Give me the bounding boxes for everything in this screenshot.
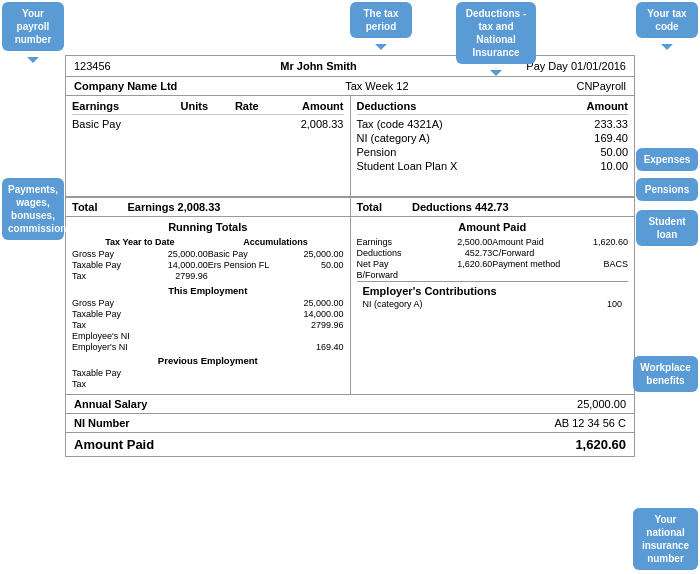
taxable-pay-tax-year: Taxable Pay 14,000.00 [72, 260, 208, 270]
ap-deductions-value: 452.73 [465, 248, 493, 258]
totals-section: Total Earnings 2,008.33 Total Deductions… [66, 197, 634, 217]
ap-netpay-value: 1,620.60 [457, 259, 492, 269]
ap-deductions-label: Deductions [357, 248, 402, 258]
tax-taxyear-label: Tax [72, 271, 86, 281]
ni-label: NI (category A) [357, 132, 430, 144]
basic-pay-units [181, 118, 235, 130]
callout-taxcode: Your tax code [636, 2, 698, 38]
ap2-cforward-label: C/Forward [492, 248, 534, 258]
deductions-total-value: Deductions 442.73 [412, 201, 509, 213]
ap-bforward: B/Forward [357, 270, 493, 280]
this-taxable-label: Taxable Pay [72, 309, 121, 319]
callout-workplace: Workplace benefits [633, 356, 698, 392]
basic-pay-amount: 2,008.33 [289, 118, 343, 130]
payslip-bottom: Running Totals Tax Year to Date Accumula… [66, 217, 634, 394]
prev-taxable-label: Taxable Pay [72, 368, 121, 378]
ap-netpay: Net Pay 1,620.60 [357, 259, 493, 269]
taxable-pay-label: Taxable Pay [72, 260, 121, 270]
callout-payroll: Your payroll number [2, 2, 64, 51]
callout-expenses: Expenses [636, 148, 698, 171]
this-tax-value: 2799.96 [311, 320, 344, 330]
callout-ni-number: Your national insurance number [633, 508, 698, 570]
previous-employment-header: Previous Employment [72, 355, 344, 366]
prev-tax-label: Tax [72, 379, 86, 389]
accumulation-basic-pay: Basic Pay 25,000.00 [208, 249, 344, 259]
ni-amount: 169.40 [578, 132, 628, 144]
earnings-total-label: Total [72, 201, 97, 213]
amount-col-label: Amount [289, 100, 343, 112]
accum-basicpay-label: Basic Pay [208, 249, 248, 259]
amount-paid-final-value: 1,620.60 [575, 437, 626, 452]
tax-taxyear-value: 2799.96 [175, 271, 208, 281]
accumulations-rows: Basic Pay 25,000.00 Ers Pension FL 50.00 [208, 249, 344, 282]
this-emp-gross: Gross Pay 25,000.00 [72, 298, 344, 308]
earnings-total-value: Earnings 2,008.33 [127, 201, 220, 213]
deductions-col: Deductions Amount Tax (code 4321A) 233.3… [351, 96, 635, 196]
ap-netpay-label: Net Pay [357, 259, 389, 269]
ap2-paymethod-label: Payment method [492, 259, 560, 269]
tax-amount: 233.33 [578, 118, 628, 130]
annual-salary-value: 25,000.00 [577, 398, 626, 410]
employers-contributions: Employer's Contributions NI (category A)… [357, 281, 629, 313]
ni-number-value: AB 12 34 56 C [554, 417, 626, 429]
company-name: Company Name Ltd [74, 80, 177, 92]
ap2-paymethod-value: BACS [603, 259, 628, 269]
deduction-ni-row: NI (category A) 169.40 [357, 132, 629, 144]
ap-deductions: Deductions 452.73 [357, 248, 493, 258]
tax-year-rows: Gross Pay 25,000.00 Taxable Pay 14,000.0… [72, 249, 208, 282]
gross-pay-tax-year: Gross Pay 25,000.00 [72, 249, 208, 259]
emp-contrib-title: Employer's Contributions [363, 285, 623, 297]
ap-bforward-label: B/Forward [357, 270, 399, 280]
tax-label: Tax (code 4321A) [357, 118, 443, 130]
earnings-col-label: Earnings [72, 100, 181, 112]
annual-salary-row: Annual Salary 25,000.00 [66, 394, 634, 413]
deductions-total: Total Deductions 442.73 [351, 197, 635, 216]
this-emp-employee-ni: Employee's NI [72, 331, 344, 341]
earnings-col: Earnings Units Rate Amount Basic Pay 2,0… [66, 96, 351, 196]
payroll-system: CNPayroll [576, 80, 626, 92]
deductions-label: Deductions [357, 100, 417, 112]
this-taxable-value: 14,000.00 [303, 309, 343, 319]
callout-taxperiod: The tax period [350, 2, 412, 38]
accumulations-header: Accumulations [208, 237, 344, 247]
earnings-basic-pay-row: Basic Pay 2,008.33 [72, 118, 344, 130]
this-emper-ni-value: 169.40 [316, 342, 344, 352]
this-emper-ni-label: Employer's NI [72, 342, 128, 352]
this-emp-employer-ni: Employer's NI 169.40 [72, 342, 344, 352]
this-empee-ni-label: Employee's NI [72, 331, 130, 341]
ap2-amountpaid-value: 1,620.60 [593, 237, 628, 247]
deductions-header: Deductions Amount [357, 100, 629, 115]
tax-tax-year: Tax 2799.96 [72, 271, 208, 281]
callout-payments: Payments, wages, bonuses, commission [2, 178, 64, 240]
this-emp-taxable: Taxable Pay 14,000.00 [72, 309, 344, 319]
emp-ni-row: NI (category A) 100 [363, 299, 623, 309]
taxable-pay-value: 14,000.00 [168, 260, 208, 270]
payslip-company: Company Name Ltd Tax Week 12 CNPayroll [66, 77, 634, 96]
amount-paid-final-row: Amount Paid 1,620.60 [66, 432, 634, 456]
basic-pay-label: Basic Pay [72, 118, 181, 130]
accum-pension-label: Ers Pension FL [208, 260, 270, 270]
earnings-total-row: Total Earnings 2,008.33 [66, 197, 350, 216]
payslip: 123456 Mr John Smith Pay Day 01/01/2016 … [65, 55, 635, 457]
ni-number-row: NI Number AB 12 34 56 C [66, 413, 634, 432]
earnings-header: Earnings Units Rate Amount [72, 100, 344, 115]
employee-name: Mr John Smith [280, 60, 356, 72]
gross-pay-label: Gross Pay [72, 249, 114, 259]
ap-earnings: Earnings 2,500.00 [357, 237, 493, 247]
studentloan-amount: 10.00 [578, 160, 628, 172]
deduction-pension-row: Pension 50.00 [357, 146, 629, 158]
rate-col-label: Rate [235, 100, 289, 112]
tax-week: Tax Week 12 [345, 80, 408, 92]
payslip-columns: Earnings Units Rate Amount Basic Pay 2,0… [66, 96, 634, 197]
amount-paid-section: Amount Paid Earnings 2,500.00 Deductions… [351, 217, 635, 394]
this-emp-tax: Tax 2799.96 [72, 320, 344, 330]
accum-basicpay-value: 25,000.00 [303, 249, 343, 259]
ap2-amountpaid-label: Amount Paid [492, 237, 544, 247]
units-col-label: Units [181, 100, 235, 112]
ap-cforward: C/Forward [492, 248, 628, 258]
deductions-amount-label: Amount [586, 100, 628, 112]
callout-pensions: Pensions [636, 178, 698, 201]
prev-tax: Tax [72, 379, 344, 389]
accumulation-pension: Ers Pension FL 50.00 [208, 260, 344, 270]
ap-earnings-label: Earnings [357, 237, 393, 247]
